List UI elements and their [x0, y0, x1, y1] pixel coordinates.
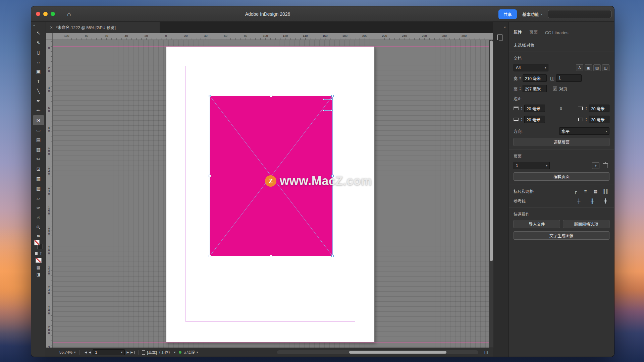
search-input[interactable] — [548, 10, 611, 18]
margin-outside-field[interactable]: 20 毫米 — [589, 105, 609, 112]
pen-tool[interactable]: ✒ — [33, 96, 44, 106]
document-tab[interactable]: × *未命名-1222 @ 56% [GPU 预览] — [46, 22, 160, 33]
eyedropper-tool[interactable]: ✑ — [33, 203, 44, 213]
next-page-button[interactable]: ▶ — [126, 351, 129, 354]
margin-inside-stepper[interactable]: ▴▾ — [584, 117, 588, 121]
adaptive-layout-icon[interactable]: A — [576, 64, 583, 71]
formatting-container-icon[interactable] — [35, 252, 38, 255]
minimize-window-button[interactable] — [43, 12, 48, 16]
adjust-layout-button[interactable]: 调整版面 — [514, 138, 609, 146]
close-tab-icon[interactable]: × — [50, 25, 53, 30]
margin-outside-stepper[interactable]: ▴▾ — [584, 106, 588, 110]
frame-handle[interactable] — [270, 255, 272, 257]
edit-pages-button[interactable]: 编辑页面 — [514, 172, 609, 181]
spread-view-icon[interactable]: ◫ — [484, 350, 488, 355]
frame-handle[interactable] — [331, 95, 334, 97]
layout-rules-icon[interactable]: ▣ — [585, 64, 592, 71]
spread-view-icon[interactable]: ◫ — [602, 64, 609, 71]
link-margins-icon[interactable]: ∞ — [558, 104, 565, 112]
horizontal-ruler[interactable]: 1008060402002040608010012014016018020022… — [53, 33, 493, 40]
apply-none-button[interactable] — [36, 258, 42, 263]
preflight-status-dropdown[interactable]: 无错误 ▾ — [179, 350, 198, 355]
view-options-icon[interactable]: ▦ — [37, 265, 40, 270]
gradient-feather-tool[interactable]: ▨ — [33, 183, 44, 193]
frame-handle[interactable] — [209, 255, 211, 257]
share-button[interactable]: 共享 — [498, 9, 517, 19]
rectangle-frame-tool[interactable]: ⊠ — [33, 115, 44, 125]
home-icon[interactable]: ⌂ — [65, 10, 73, 18]
margin-bottom-stepper[interactable]: ▴▾ — [520, 117, 524, 121]
layout-grid-options-button[interactable]: 版面网格选项 — [563, 220, 609, 228]
free-transform-tool[interactable]: ⊡ — [33, 164, 44, 174]
import-file-button[interactable]: 导入文件 — [514, 220, 560, 228]
show-rulers-icon[interactable]: ┌ — [571, 188, 579, 194]
close-window-button[interactable] — [36, 12, 40, 16]
note-tool[interactable]: ▱ — [33, 193, 44, 203]
lock-guides-icon[interactable]: ╫ — [588, 197, 596, 204]
fill-stroke-swatches[interactable] — [34, 240, 44, 249]
last-page-button[interactable]: ▶ — [130, 351, 135, 354]
current-page-field[interactable]: 1 ▾ — [93, 349, 125, 355]
frame-handle[interactable] — [209, 95, 211, 97]
scissors-tool[interactable]: ✂ — [33, 154, 44, 164]
document-page[interactable] — [166, 46, 375, 343]
rectangle-tool[interactable]: ▭ — [33, 125, 44, 135]
ruler-origin-corner[interactable] — [46, 33, 53, 40]
vertical-ruler[interactable]: 0204060801001201401601802002202402602803… — [46, 40, 53, 348]
hand-tool[interactable]: ☝ — [33, 213, 44, 222]
add-page-button[interactable]: + — [592, 162, 599, 169]
zoom-window-button[interactable] — [51, 12, 55, 16]
baseline-grid-icon[interactable]: ≡ — [581, 188, 589, 194]
show-guides-icon[interactable]: ┼ — [575, 197, 583, 204]
frame-grid-icon[interactable]: ║║ — [601, 188, 609, 194]
smart-guides-icon[interactable]: ╋ — [601, 197, 609, 204]
pasteboard-canvas[interactable]: Z www.MacZ.com — [53, 40, 489, 348]
margin-top-field[interactable]: 20 毫米 — [524, 105, 545, 112]
frame-handle[interactable] — [209, 175, 211, 177]
tools-collapse-icon[interactable]: « — [33, 23, 35, 27]
pencil-tool[interactable]: ✏ — [33, 106, 44, 115]
page-attrs-icon[interactable]: ▤ — [593, 64, 601, 71]
gradient-swatch-tool[interactable]: ▧ — [33, 174, 44, 183]
horizontal-scrollbar[interactable] — [277, 350, 478, 354]
dock-expand-icon[interactable]: « — [504, 25, 506, 29]
facing-pages-control[interactable]: ✓ 对页 — [553, 86, 567, 92]
small-selected-frame[interactable] — [324, 99, 332, 111]
pages-panel-icon[interactable] — [499, 36, 503, 41]
tab-properties[interactable]: 属性 — [514, 29, 522, 35]
zoom-tool[interactable]: ⚲ — [33, 222, 44, 232]
frame-handle[interactable] — [323, 99, 325, 100]
document-grid-icon[interactable]: ▦ — [591, 188, 599, 194]
page-tool[interactable]: ▯ — [33, 47, 44, 57]
frame-handle[interactable] — [323, 110, 325, 111]
facing-pages-checkbox[interactable]: ✓ — [553, 86, 557, 91]
width-stepper[interactable]: ▴▾ — [518, 76, 522, 80]
frame-handle[interactable] — [270, 95, 272, 97]
margin-top-stepper[interactable]: ▴▾ — [520, 106, 524, 110]
workspace-status-dropdown[interactable]: [基本]（工作） ▾ — [142, 350, 175, 355]
screen-mode-icon[interactable]: ◨ — [37, 272, 40, 277]
vertical-scrollbar-thumb[interactable] — [490, 41, 493, 261]
swap-fill-stroke-icon[interactable]: ⇆ — [37, 234, 40, 238]
height-field[interactable]: 297 毫米 — [523, 85, 547, 92]
height-stepper[interactable]: ▴▾ — [518, 86, 522, 90]
page-count-field[interactable]: 1 — [556, 74, 582, 82]
page-size-select[interactable]: A4 ▾ — [514, 64, 548, 71]
margin-inside-field[interactable]: 20 毫米 — [589, 116, 609, 123]
direction-select[interactable]: 水平 ▾ — [559, 127, 609, 135]
page-number-select[interactable]: 1 ▾ — [514, 162, 550, 169]
direct-selection-tool[interactable]: ⇖ — [33, 38, 44, 47]
previous-page-button[interactable]: ◀ — [89, 351, 91, 354]
line-tool[interactable]: ╲ — [33, 86, 44, 96]
content-collector-tool[interactable]: ▣ — [33, 67, 44, 76]
first-page-button[interactable]: ◀ — [83, 351, 87, 354]
frame-handle[interactable] — [331, 110, 333, 111]
horizontal-scrollbar-thumb[interactable] — [349, 351, 446, 354]
gap-tool[interactable]: ↔ — [33, 57, 44, 67]
horizontal-grid-tool[interactable]: ▤ — [33, 135, 44, 144]
vertical-scrollbar[interactable] — [489, 40, 493, 348]
width-field[interactable]: 210 毫米 — [523, 74, 547, 82]
fill-swatch[interactable] — [34, 240, 40, 245]
tab-cc-libraries[interactable]: CC Libraries — [545, 31, 568, 35]
tab-pages[interactable]: 页面 — [529, 29, 538, 35]
